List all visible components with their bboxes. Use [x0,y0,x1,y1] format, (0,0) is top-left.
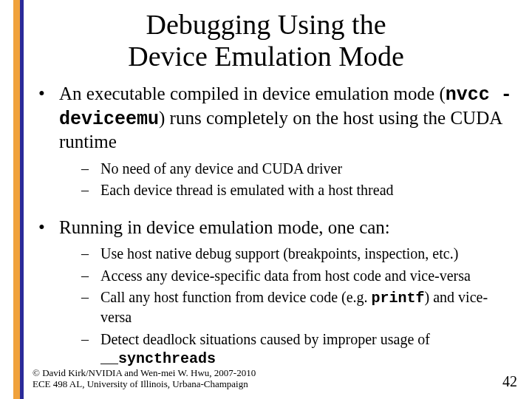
footer-line-2: ECE 498 AL, University of Illinois, Urba… [33,378,248,389]
slide-footer: © David Kirk/NVIDIA and Wen-mei W. Hwu, … [33,367,256,390]
title-line-2: Device Emulation Mode [128,41,404,72]
sub-bullet-item: No need of any device and CUDA driver [59,160,514,179]
sub-bullet-item: Detect deadlock situations caused by imp… [59,330,514,369]
text-run: No need of any device and CUDA driver [100,160,342,177]
slide-body: An executable compiled in device emulati… [33,83,514,385]
page-number: 42 [502,373,517,390]
sub-bullet-item: Call any host function from device code … [59,288,514,327]
bullet-list: An executable compiled in device emulati… [33,83,514,369]
text-run: printf [372,290,425,307]
slide: Debugging Using the Device Emulation Mod… [0,0,532,399]
footer-line-1: © David Kirk/NVIDIA and Wen-mei W. Hwu, … [33,367,256,378]
bullet-item: Running in device emulation mode, one ca… [33,216,514,369]
slide-title: Debugging Using the Device Emulation Mod… [0,9,532,72]
sub-bullet-item: Access any device-specific data from hos… [59,267,514,286]
text-run: __syncthreads [100,350,216,367]
title-line-1: Debugging Using the [146,9,386,40]
sub-bullet-item: Each device thread is emulated with a ho… [59,181,514,200]
text-run: Detect deadlock situations caused by imp… [100,331,430,347]
sub-bullet-list: Use host native debug support (breakpoin… [59,245,514,369]
bullet-item: An executable compiled in device emulati… [33,83,514,200]
sub-bullet-item: Use host native debug support (breakpoin… [59,245,514,264]
text-run: Each device thread is emulated with a ho… [100,182,394,198]
text-run: Running in device emulation mode, one ca… [59,217,390,237]
text-run: Access any device-specific data from hos… [100,267,471,284]
text-run: Use host native debug support (breakpoin… [100,245,458,262]
text-run: An executable compiled in device emulati… [59,83,446,103]
sub-bullet-list: No need of any device and CUDA driverEac… [59,160,514,200]
text-run: Call any host function from device code … [100,289,372,305]
